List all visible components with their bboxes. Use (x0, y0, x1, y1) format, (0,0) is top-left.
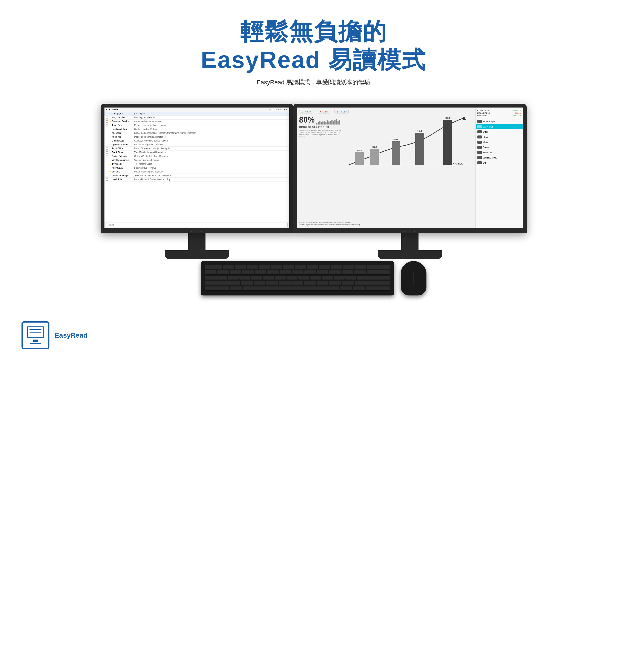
email-client: All ▾ More ▾ ↻ 1 - 18 of 22 ◀ (104, 107, 289, 228)
email-sender: Apps, me (112, 136, 133, 138)
email-list-item[interactable]: ☆ info, client list Building your client… (104, 116, 289, 120)
email-star[interactable]: ☆ (109, 147, 111, 150)
email-list-item[interactable]: ☆ Funding platform Startup Funding Platf… (104, 127, 289, 131)
email-checkbox[interactable] (106, 175, 108, 177)
email-sender: George, me (112, 113, 133, 115)
email-star[interactable]: ☆ (109, 167, 111, 169)
email-list-item[interactable]: ★ Ebill, me Paperless billing and paymen… (104, 170, 289, 174)
email-list-item[interactable]: ☆ Apps, me Mobile apps downloads statist… (104, 135, 289, 139)
mini-bar (333, 121, 334, 124)
smartimage-menu-item[interactable]: Off (476, 160, 523, 165)
email-checkbox[interactable] (106, 128, 108, 130)
email-list-item[interactable]: ☆ Games watch Games, Free online games n… (104, 139, 289, 143)
email-star[interactable]: ☆ (109, 178, 111, 181)
email-star[interactable]: ★ (109, 163, 111, 165)
menu-item-label: Movie (483, 141, 489, 143)
email-sender: Antivirus, all (112, 167, 133, 169)
email-checkbox[interactable] (106, 147, 108, 150)
email-checkbox[interactable] (106, 163, 108, 165)
email-sender: Book Store (112, 151, 133, 153)
smartimage-panel: COMPLETED +86.054 ↑ RECURRING -0.230 ↓ P… (475, 107, 523, 228)
email-checkbox[interactable] (106, 178, 108, 181)
email-checkbox[interactable] (106, 155, 108, 158)
email-list-item[interactable]: ☆ Online Calendar Online - Printable Hol… (104, 154, 289, 158)
email-checkbox[interactable] (106, 171, 108, 173)
email-sender: Front Office (112, 147, 133, 150)
email-star[interactable]: ☆ (109, 128, 111, 130)
email-star[interactable]: ☆ (109, 159, 111, 161)
stat-value: -0.230 ↓ (514, 112, 521, 114)
email-star[interactable]: ☆ (109, 143, 111, 146)
email-subject: The World's Largest Bookstore (134, 151, 287, 153)
email-list-item[interactable]: ☆ Hotel Suite Luxury Hotels & Suites, We… (104, 177, 289, 182)
email-star[interactable]: ☆ (109, 140, 111, 142)
stat-badge-red: ▼ -1.5% (318, 110, 330, 114)
monitor-stand-neck-left (188, 233, 205, 250)
email-checkbox[interactable] (106, 159, 108, 161)
email-list: ☆ George, me (no subject) ☆ info, client… (104, 112, 289, 222)
email-list-item[interactable]: ★ TV Weekly TV Program Guide (104, 162, 289, 166)
email-checkbox[interactable] (106, 140, 108, 142)
email-list-item[interactable]: ☆ Front Office Front office receptionist… (104, 147, 289, 150)
email-list-item[interactable]: ☆ Team Raw Remote support tools over int… (104, 123, 289, 127)
email-checkbox[interactable] (106, 113, 108, 115)
all-button[interactable]: All ▾ (106, 109, 110, 111)
email-star[interactable]: ★ (109, 170, 111, 173)
email-star[interactable]: ☆ (109, 124, 111, 126)
svg-rect-2 (370, 149, 379, 165)
email-star[interactable]: ☆ (109, 174, 111, 177)
menu-item-label: LowBlue Mode (483, 157, 497, 159)
email-star[interactable]: ☆ (109, 116, 111, 119)
monitor-stand-base-left (165, 250, 229, 259)
easyread-logo-screen (27, 327, 44, 338)
svg-rect-4 (415, 133, 424, 165)
email-checkbox[interactable] (106, 136, 108, 138)
right-screen-content: ▲ +0.83% ▼ -1.5% ▲ +0.12% (297, 107, 523, 228)
mini-bar (325, 122, 326, 124)
email-checkbox[interactable] (106, 117, 108, 119)
email-checkbox[interactable] (106, 144, 108, 146)
email-list-item[interactable]: ★ Customer Service Automated customer se… (104, 120, 289, 123)
menu-item-icon (477, 161, 482, 164)
email-star[interactable]: ☆ (109, 113, 111, 115)
email-pagination: ↻ 1 - 18 of 22 ◀ ▶ (269, 109, 287, 111)
smartimage-menu-item[interactable]: LowBlue Mode (476, 155, 523, 160)
smartimage-menu-item[interactable]: Office (476, 129, 523, 135)
email-checkbox[interactable] (106, 151, 108, 153)
email-subject: Publish an application to Store (134, 143, 287, 146)
smartimage-menu-item[interactable]: SmartImage (476, 119, 523, 124)
menu-item-label: EasyRead (483, 126, 493, 128)
email-checkbox[interactable] (106, 132, 108, 134)
smartimage-menu-item[interactable]: Photo (476, 135, 523, 140)
email-list-item[interactable]: ☆ George, me (no subject) (104, 112, 289, 116)
email-toolbar-left: All ▾ More ▾ (106, 109, 118, 111)
menu-item-icon (477, 141, 482, 144)
smartimage-menu-item[interactable]: Game (476, 145, 523, 150)
email-list-item[interactable]: ☆ Antivirus, all Best Antivirus Reviews (104, 166, 289, 170)
smartimage-menu-item[interactable]: Movie (476, 140, 523, 145)
chart-area: ▲ +0.83% ▼ -1.5% ▲ +0.12% (297, 107, 475, 228)
search-input[interactable] (106, 223, 287, 227)
email-checkbox[interactable] (106, 120, 108, 123)
menu-item-label: Photo (483, 136, 488, 138)
more-button[interactable]: More ▾ (112, 109, 118, 111)
chart-main-content: 80% GROWTH STRATEGIES Business process s… (299, 116, 473, 221)
email-star[interactable]: ☆ (109, 155, 111, 158)
email-star[interactable]: ☆ (109, 151, 111, 153)
chart-left-info: 80% GROWTH STRATEGIES Business process s… (299, 116, 342, 221)
email-list-item[interactable]: ☆ Book Store The World's Largest Booksto… (104, 150, 289, 154)
email-star[interactable]: ☆ (109, 132, 111, 134)
email-list-item[interactable]: ☆ Account manager Tools and techniques a… (104, 174, 289, 177)
stat-badge-blue: ▲ +0.12% (334, 110, 349, 114)
email-list-item[interactable]: ☆ Weekly magazine Weekly Business Financ… (104, 158, 289, 162)
smartimage-menu-item[interactable]: Economy (476, 150, 523, 155)
header-section: 輕鬆無負擔的 EasyRead 易讀模式 EasyRead 易讀模式，享受閱讀紙… (0, 0, 627, 95)
email-checkbox[interactable] (106, 124, 108, 126)
email-list-item[interactable]: ☆ All, Social Social media marketing, re… (104, 131, 289, 135)
stat-row: RECURRING -0.230 ↓ (477, 112, 521, 114)
email-star[interactable]: ☆ (109, 136, 111, 138)
email-star[interactable]: ★ (109, 120, 111, 123)
smartimage-menu-item[interactable]: EasyRead (476, 124, 523, 129)
email-checkbox[interactable] (106, 167, 108, 169)
email-list-item[interactable]: ☆ Application Store Publish an applicati… (104, 143, 289, 147)
